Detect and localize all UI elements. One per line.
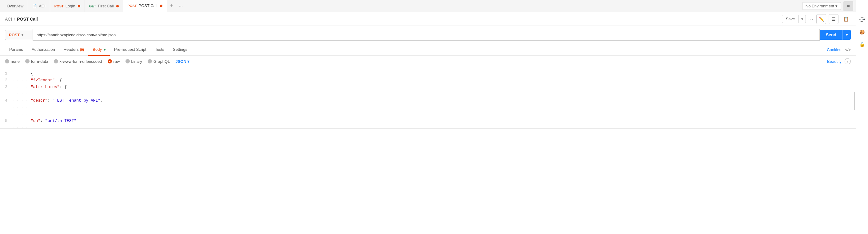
line-content-2: "fvTenant": { <box>31 77 856 84</box>
environment-selector[interactable]: No Environment ▾ <box>802 2 841 10</box>
sidebar-comment-icon[interactable]: 💬 <box>857 15 867 25</box>
line-dots-3: · · · · · · · · <box>12 84 31 97</box>
aci-icon: 📄 <box>32 4 37 8</box>
breadcrumb-parent: ACI <box>5 17 12 22</box>
save-label: Save <box>782 15 799 23</box>
url-bar: POST ▾ Send ▾ <box>0 26 856 44</box>
tests-label: Tests <box>155 47 164 52</box>
params-label: Params <box>9 47 23 52</box>
breadcrumb-sep: / <box>14 17 15 22</box>
send-button[interactable]: Send ▾ <box>820 30 851 40</box>
tab-overview[interactable]: Overview <box>2 0 28 12</box>
line-content-5: "dn": "uni/tn-TEST" <box>31 118 856 124</box>
line-dots-2: · · · · <box>12 77 31 84</box>
first-call-label: First Call <box>98 4 114 8</box>
breadcrumb: ACI / POST Call <box>5 17 38 22</box>
more-options-button[interactable]: ··· <box>808 17 814 22</box>
save-chevron: ▾ <box>799 16 806 23</box>
tab-login[interactable]: POST Login <box>50 0 85 12</box>
authorization-label: Authorization <box>32 47 55 52</box>
formdata-label: form-data <box>31 59 48 64</box>
breadcrumb-current: POST Call <box>17 17 38 22</box>
method-selector[interactable]: POST ▾ <box>5 30 33 40</box>
request-tabs: Params Authorization Headers (9) Body Pr… <box>0 44 856 56</box>
line-content-3: "attributes": { <box>31 84 856 90</box>
scrollbar[interactable] <box>854 92 855 110</box>
post-call-method: POST <box>128 4 137 8</box>
first-call-dot <box>116 5 119 7</box>
line-content-1: { <box>31 70 856 77</box>
add-tab-button[interactable]: + <box>167 0 177 12</box>
body-opt-none[interactable]: none <box>5 59 20 64</box>
body-opt-graphql[interactable]: GraphQL <box>148 59 170 64</box>
sidebar-cookie-icon[interactable]: 🍪 <box>857 27 867 37</box>
code-editor[interactable]: 1 { 2 · · · · "fvTenant": { 3 · · · · · … <box>0 67 856 129</box>
tab-bar-right: No Environment ▾ ⊞ <box>802 1 853 11</box>
post-call-dot <box>160 5 162 7</box>
tab-authorization[interactable]: Authorization <box>27 44 59 56</box>
radio-raw <box>107 59 112 63</box>
body-opt-formdata[interactable]: form-data <box>25 59 48 64</box>
tab-prerequest[interactable]: Pre-request Script <box>110 44 151 56</box>
line-num-3: 3 <box>0 84 12 90</box>
tab-tests[interactable]: Tests <box>151 44 168 56</box>
json-format-selector[interactable]: JSON ▾ <box>175 59 189 64</box>
radio-formdata <box>25 59 30 63</box>
login-dot <box>78 5 80 7</box>
req-tabs-right: Cookies </> <box>827 48 851 52</box>
urlencoded-label: x-www-form-urlencoded <box>60 59 102 64</box>
cookies-link[interactable]: Cookies <box>827 48 841 52</box>
tab-bar: Overview 📄 ACI POST Login GET First Call… <box>0 0 856 12</box>
edit-button[interactable]: ✏️ <box>816 14 826 24</box>
aci-label: ACI <box>39 4 45 8</box>
title-bar: ACI / POST Call Save ▾ ··· ✏️ ☰ 📋 <box>0 12 856 26</box>
url-input[interactable] <box>33 29 820 41</box>
save-button[interactable]: Save ▾ <box>782 15 806 23</box>
env-chevron: ▾ <box>835 4 838 8</box>
line-content-4: "descr": "TEST Tenant by API", <box>31 97 856 104</box>
more-tabs-button[interactable]: ··· <box>176 0 185 12</box>
code-line-3: 3 · · · · · · · · "attributes": { <box>0 84 856 97</box>
info-button[interactable]: ☰ <box>829 14 838 24</box>
headers-label: Headers <box>64 47 79 52</box>
profile-button[interactable]: ⊞ <box>843 1 853 11</box>
right-sidebar: 💬 🍪 🔒 <box>856 12 868 234</box>
line-num-2: 2 <box>0 77 12 84</box>
tab-post-call[interactable]: POST POST Call <box>123 0 167 12</box>
code-line-2: 2 · · · · "fvTenant": { <box>0 77 856 84</box>
line-dots-5: · · · · · · · · · · · · <box>12 118 31 129</box>
line-dots-4: · · · · · · · · · · · · <box>12 97 31 118</box>
body-opts-right: Beautify i <box>827 58 851 64</box>
tab-settings[interactable]: Settings <box>168 44 192 56</box>
beautify-button[interactable]: Beautify <box>827 59 841 64</box>
prerequest-label: Pre-request Script <box>114 47 147 52</box>
sidebar-lock-icon[interactable]: 🔒 <box>857 39 867 49</box>
history-button[interactable]: 📋 <box>841 14 851 24</box>
body-opt-urlencoded[interactable]: x-www-form-urlencoded <box>54 59 102 64</box>
radio-graphql <box>148 59 152 63</box>
body-label: Body <box>93 47 102 52</box>
body-opt-binary[interactable]: binary <box>125 59 142 64</box>
title-bar-actions: Save ▾ ··· ✏️ ☰ 📋 <box>782 14 851 24</box>
body-options-bar: none form-data x-www-form-urlencoded raw… <box>0 56 856 67</box>
tab-params[interactable]: Params <box>5 44 27 56</box>
login-label: Login <box>65 4 75 8</box>
body-active-dot <box>104 49 105 51</box>
tab-aci[interactable]: 📄 ACI <box>28 0 50 12</box>
login-method: POST <box>55 4 64 8</box>
post-call-label: POST Call <box>138 3 157 8</box>
send-chevron: ▾ <box>843 30 851 39</box>
code-line-5: 5 · · · · · · · · · · · · "dn": "uni/tn-… <box>0 118 856 129</box>
tab-body[interactable]: Body <box>88 44 110 56</box>
info-icon[interactable]: i <box>845 58 851 64</box>
radio-none <box>5 59 9 63</box>
code-icon[interactable]: </> <box>845 48 851 52</box>
method-chevron: ▾ <box>22 33 23 37</box>
tab-first-call[interactable]: GET First Call <box>85 0 123 12</box>
body-opt-raw[interactable]: raw <box>107 59 120 64</box>
send-label: Send <box>820 30 843 40</box>
binary-label: binary <box>131 59 142 64</box>
line-num-5: 5 <box>0 118 12 124</box>
tab-headers[interactable]: Headers (9) <box>59 44 89 56</box>
env-label: No Environment <box>806 4 834 8</box>
